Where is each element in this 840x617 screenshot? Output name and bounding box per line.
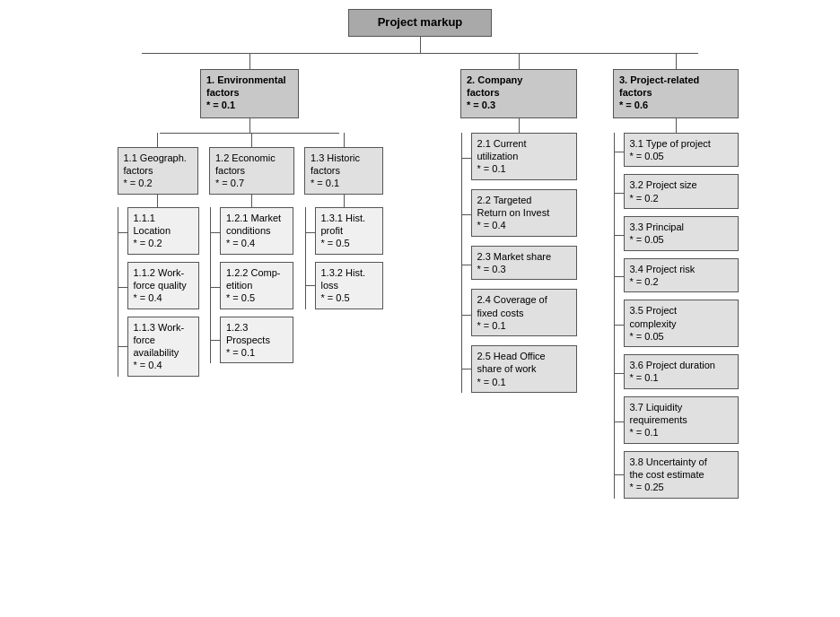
root-vline [420,37,421,53]
geo-leaf-1-row: 1.1.1 Location * = 0.2 [118,207,199,258]
comp-child-1-row: 2.1 Current utilization * = 0.1 [462,133,577,185]
branch-geo: 1.1 Geograph. factors * = 0.2 [115,133,200,377]
branch-comp: 2. Company factors * = 0.3 2.1 Current u… [456,53,582,393]
proj-child-1-row: 3.1 Type of project * = 0.05 [615,133,739,171]
comp-vline-bot [519,118,520,133]
eco-leaf-2-row: 1.2.2 Comp- etition * = 0.5 [211,262,293,313]
node-1-2-3: 1.2.3 Prospects * = 0.1 [220,317,293,364]
node-1-3-2: 1.3.2 Hist. loss * = 0.5 [315,262,383,309]
node-1-3-1: 1.3.1 Hist. profit * = 0.5 [315,207,383,255]
proj-vline-bot [676,118,677,133]
proj-child-6-row: 3.6 Project duration * = 0.1 [615,354,739,393]
proj-child-8-row: 3.8 Uncertainty of the cost estimate * =… [615,451,739,499]
geo-leaves-row: 1.1.1 Location * = 0.2 1.1.2 Work- force… [118,207,199,377]
comp-vline-top [519,53,520,69]
node-geo: 1.1 Geograph. factors * = 0.2 [118,147,198,195]
node-comp: 2. Company factors * = 0.3 [460,69,577,118]
node-1-1-1: 1.1.1 Location * = 0.2 [127,207,199,255]
node-hist: 1.3 Historic factors * = 0.1 [304,147,383,195]
eco-leaf-3-row: 1.2.3 Prospects * = 0.1 [211,317,293,364]
node-3-3: 3.3 Principal * = 0.05 [624,216,739,251]
eco-leaf-1-row: 1.2.1 Market conditions * = 0.4 [211,207,293,258]
comp-child-4-row: 2.4 Coverage of fixed costs * = 0.1 [462,289,577,341]
node-proj: 3. Project-related factors * = 0.6 [613,69,739,118]
branch-proj: 3. Project-related factors * = 0.6 3.1 T… [608,53,743,499]
geo-leaf-3-row: 1.1.3 Work- force availability * = 0.4 [118,317,199,377]
top-hline [142,53,698,54]
comp-children-row: 2.1 Current utilization * = 0.1 2.2 Targ… [461,133,577,393]
proj-child-4-row: 3.4 Project risk * = 0.2 [615,258,739,297]
node-2-4: 2.4 Coverage of fixed costs * = 0.1 [471,289,577,336]
hist-leaves-row: 1.3.1 Hist. profit * = 0.5 1.3.2 Hist. l… [305,207,383,309]
node-3-8: 3.8 Uncertainty of the cost estimate * =… [624,451,739,499]
eco-leaves-col: 1.2.1 Market conditions * = 0.4 1.2.2 Co… [211,207,293,364]
proj-child-3-row: 3.3 Principal * = 0.05 [615,216,739,255]
env-hline [160,133,339,134]
hist-leaf-1-row: 1.3.1 Hist. profit * = 0.5 [306,207,383,258]
branch-eco: 1.2 Economic factors * = 0.7 1.2.1 Marke… [207,133,297,364]
branch-env: 1. Environmental factors * = 0.1 1.1 Geo… [97,53,402,377]
hist-leaves-col: 1.3.1 Hist. profit * = 0.5 1.3.2 Hist. l… [306,207,383,309]
proj-children-row: 3.1 Type of project * = 0.05 3.2 Project… [614,133,739,499]
node-2-3: 2.3 Market share * = 0.3 [471,246,577,281]
node-2-1: 2.1 Current utilization * = 0.1 [471,133,577,180]
comp-child-2-row: 2.2 Targeted Return on Invest * = 0.4 [462,189,577,241]
node-2-2: 2.2 Targeted Return on Invest * = 0.4 [471,189,577,237]
hist-leaf-2-row: 1.3.2 Hist. loss * = 0.5 [306,262,383,309]
tree-container: Project markup 1. Environmental factors … [9,9,831,499]
geo-leaves-col: 1.1.1 Location * = 0.2 1.1.2 Work- force… [118,207,199,377]
proj-child-5-row: 3.5 Project complexity * = 0.05 [615,300,739,351]
env-vline-top [249,53,250,69]
node-1-1-3: 1.1.3 Work- force availability * = 0.4 [127,317,199,377]
proj-vline-top [676,53,677,69]
node-1-1-2: 1.1.2 Work- force quality * = 0.4 [127,262,199,309]
node-env: 1. Environmental factors * = 0.1 [200,69,299,118]
proj-child-2-row: 3.2 Project size * = 0.2 [615,174,739,213]
node-3-2: 3.2 Project size * = 0.2 [624,174,739,209]
comp-child-3-row: 2.3 Market share * = 0.3 [462,246,577,285]
branch-hist: 1.3 Historic factors * = 0.1 1.3.1 Hist.… [303,133,384,309]
node-3-4: 3.4 Project risk * = 0.2 [624,258,739,293]
comp-child-5-row: 2.5 Head Office share of work * = 0.1 [462,345,577,393]
env-vline-bot [249,118,250,133]
proj-child-7-row: 3.7 Liquidity requirements * = 0.1 [615,396,739,448]
eco-leaves-row: 1.2.1 Market conditions * = 0.4 1.2.2 Co… [210,207,293,364]
node-3-7: 3.7 Liquidity requirements * = 0.1 [624,396,739,444]
node-1-2-1: 1.2.1 Market conditions * = 0.4 [220,207,293,255]
node-eco: 1.2 Economic factors * = 0.7 [209,147,294,195]
root-node: Project markup [348,9,492,37]
proj-children-col: 3.1 Type of project * = 0.05 3.2 Project… [615,133,739,499]
node-1-2-2: 1.2.2 Comp- etition * = 0.5 [220,262,293,309]
comp-children-col: 2.1 Current utilization * = 0.1 2.2 Targ… [462,133,577,393]
node-3-5: 3.5 Project complexity * = 0.05 [624,300,739,347]
node-3-6: 3.6 Project duration * = 0.1 [624,354,739,389]
geo-leaf-2-row: 1.1.2 Work- force quality * = 0.4 [118,262,199,313]
node-2-5: 2.5 Head Office share of work * = 0.1 [471,345,577,393]
node-3-1: 3.1 Type of project * = 0.05 [624,133,739,168]
root-branch: Project markup 1. Environmental factors … [97,9,743,499]
